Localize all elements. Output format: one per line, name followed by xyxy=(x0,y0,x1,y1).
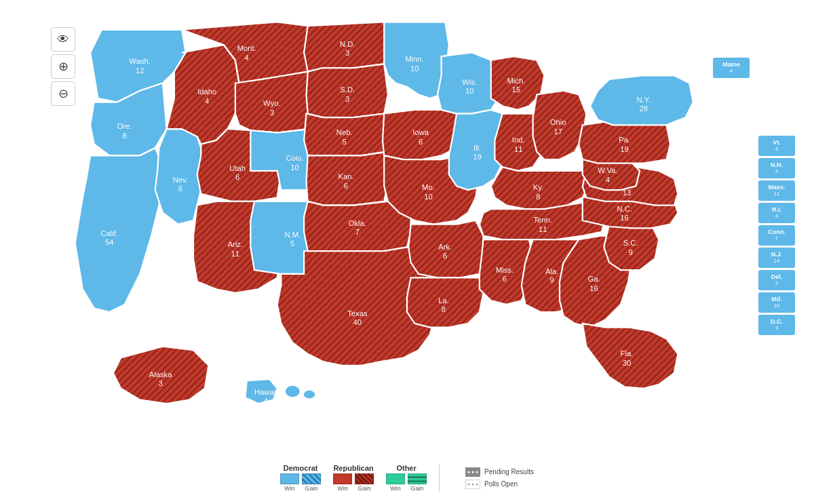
us-map: Wash.12 Ore.8 Calif.54 Nev.6 Idaho4 Mont… xyxy=(20,7,733,434)
svg-point-90 xyxy=(303,390,315,400)
rep-win-swatch xyxy=(333,473,352,484)
other-gain-swatch xyxy=(408,473,427,484)
svg-marker-86 xyxy=(113,347,209,404)
dem-win-label: Win xyxy=(284,485,295,492)
svg-marker-80 xyxy=(579,121,670,163)
other-win-swatch xyxy=(386,473,405,484)
polls-swatch-svg xyxy=(465,480,480,489)
pending-label: Pending Results xyxy=(484,468,534,476)
svg-marker-50 xyxy=(407,277,484,327)
nj-ev: 14 xyxy=(774,258,780,265)
svg-marker-34 xyxy=(304,114,388,156)
vt-ev: 3 xyxy=(775,147,778,153)
conn-ev: 7 xyxy=(775,236,778,242)
democrat-label: Democrat xyxy=(284,464,318,472)
small-state-maine[interactable]: Maine 4 xyxy=(713,58,750,78)
svg-point-93 xyxy=(468,471,470,473)
svg-marker-44 xyxy=(383,110,461,159)
other-gain-swatch-group: Gain xyxy=(408,473,427,492)
legend-status: Pending Results Polls Open xyxy=(465,467,534,489)
dem-gain-swatch-group: Gain xyxy=(302,473,321,492)
svg-point-89 xyxy=(285,385,301,398)
svg-marker-12 xyxy=(75,148,167,312)
small-state-mass[interactable]: Mass. 11 xyxy=(758,180,795,201)
small-state-ri[interactable]: R.I. 4 xyxy=(758,203,795,223)
eye-icon: 👁 xyxy=(57,33,69,47)
other-gain-label: Gain xyxy=(411,485,424,492)
small-state-conn[interactable]: Conn. 7 xyxy=(758,225,795,246)
map-controls: 👁 ⊕ ⊖ xyxy=(51,27,75,106)
ri-ev: 4 xyxy=(775,214,778,220)
other-win-swatch-group: Win xyxy=(386,473,405,492)
md-ev: 10 xyxy=(774,303,780,309)
dem-gain-label: Gain xyxy=(305,485,318,492)
other-label: Other xyxy=(396,464,416,472)
small-state-md[interactable]: Md. 10 xyxy=(758,292,795,313)
democrat-swatches: Win Gain xyxy=(280,473,321,492)
svg-marker-82 xyxy=(590,75,693,125)
republican-swatches: Win Gain xyxy=(333,473,374,492)
small-state-del[interactable]: Del. 3 xyxy=(758,270,795,290)
svg-marker-36 xyxy=(307,152,388,206)
svg-marker-30 xyxy=(304,22,388,72)
eye-button[interactable]: 👁 xyxy=(51,27,75,52)
legend-other: Other Win Gain xyxy=(386,464,427,492)
svg-marker-60 xyxy=(533,91,587,159)
rep-gain-swatch-group: Gain xyxy=(355,473,374,492)
nh-ev: 4 xyxy=(775,169,778,175)
rep-gain-label: Gain xyxy=(358,485,371,492)
svg-marker-48 xyxy=(408,220,483,277)
legend-republican: Republican Win Gain xyxy=(333,464,374,492)
legend-democrat: Democrat Win Gain xyxy=(280,464,321,492)
pending-item: Pending Results xyxy=(465,467,534,477)
map-container: 👁 ⊕ ⊖ xyxy=(0,0,814,504)
rep-win-swatch-group: Win xyxy=(333,473,352,492)
svg-point-99 xyxy=(476,483,478,485)
svg-point-97 xyxy=(468,483,470,485)
zoom-in-button[interactable]: ⊕ xyxy=(51,54,75,79)
svg-point-95 xyxy=(476,471,478,473)
legend: Democrat Win Gain Republican Win xyxy=(280,464,534,492)
small-state-vt[interactable]: Vt. 3 xyxy=(758,136,795,156)
small-state-dc[interactable]: D.C. 3 xyxy=(758,315,795,335)
polls-label: Polls Open xyxy=(484,480,518,488)
rep-win-label: Win xyxy=(337,485,348,492)
other-swatches: Win Gain xyxy=(386,473,427,492)
zoom-out-icon: ⊖ xyxy=(58,86,69,101)
svg-point-94 xyxy=(472,471,474,473)
dem-gain-swatch xyxy=(302,473,321,484)
del-ev: 3 xyxy=(775,281,778,287)
dem-win-swatch xyxy=(280,473,299,484)
zoom-in-icon: ⊕ xyxy=(58,59,69,74)
dem-win-swatch-group: Win xyxy=(280,473,299,492)
svg-marker-88 xyxy=(246,379,277,404)
mass-ev: 11 xyxy=(774,191,780,197)
maine-ev: 4 xyxy=(730,69,733,75)
small-state-nj[interactable]: N.J. 14 xyxy=(758,248,795,268)
svg-marker-84 xyxy=(583,324,678,389)
small-states-panel: Vt. 3 N.H. 4 Mass. 11 R.I. 4 Conn. 7 N.J… xyxy=(758,136,795,335)
polls-item: Polls Open xyxy=(465,480,534,489)
other-win-label: Win xyxy=(390,485,401,492)
dc-ev: 3 xyxy=(775,326,778,332)
rep-gain-swatch xyxy=(355,473,374,484)
svg-marker-20 xyxy=(235,72,312,133)
svg-marker-62 xyxy=(491,167,590,209)
small-state-nh[interactable]: N.H. 4 xyxy=(758,158,795,178)
zoom-out-button[interactable]: ⊖ xyxy=(51,81,75,106)
svg-marker-32 xyxy=(307,64,388,117)
pending-swatch-svg xyxy=(465,467,480,477)
svg-point-98 xyxy=(472,483,474,485)
republican-label: Republican xyxy=(333,464,373,472)
legend-separator xyxy=(439,465,440,492)
